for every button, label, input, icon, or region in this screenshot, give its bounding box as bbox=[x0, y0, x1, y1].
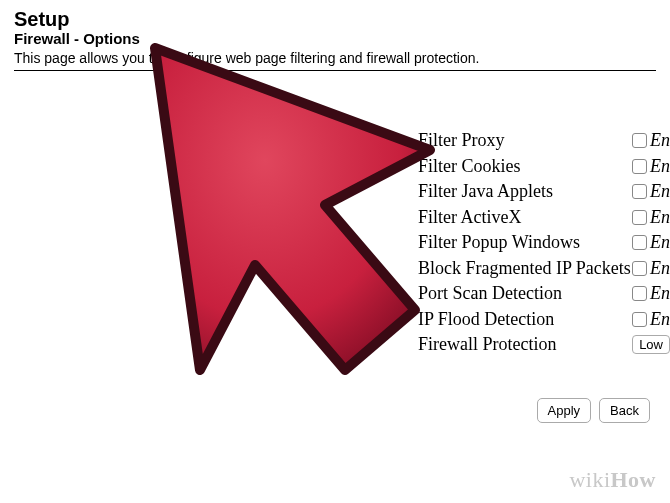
option-filter-cookies: Filter Cookies En bbox=[418, 154, 670, 180]
block-fragmented-ip-packets-checkbox[interactable] bbox=[632, 261, 647, 276]
watermark-part1: wiki bbox=[569, 467, 610, 492]
ip-flood-detection-checkbox[interactable] bbox=[632, 312, 647, 327]
apply-button[interactable]: Apply bbox=[537, 398, 592, 423]
option-label: Firewall Protection bbox=[418, 334, 556, 355]
large-red-arrow-cursor-icon bbox=[70, 40, 450, 396]
enable-text: En bbox=[650, 258, 670, 279]
page-description: This page allows you to configure web pa… bbox=[14, 50, 656, 66]
option-label: IP Flood Detection bbox=[418, 309, 554, 330]
enable-text: En bbox=[650, 207, 670, 228]
back-button[interactable]: Back bbox=[599, 398, 650, 423]
option-label: Filter Popup Windows bbox=[418, 232, 580, 253]
option-block-fragmented-ip-packets: Block Fragmented IP Packets En bbox=[418, 256, 670, 282]
port-scan-detection-checkbox[interactable] bbox=[632, 286, 647, 301]
option-label: Port Scan Detection bbox=[418, 283, 562, 304]
page-header: Setup Firewall - Options This page allow… bbox=[0, 0, 670, 77]
option-label: Block Fragmented IP Packets bbox=[418, 258, 631, 279]
option-filter-java-applets: Filter Java Applets En bbox=[418, 179, 670, 205]
option-label: Filter Java Applets bbox=[418, 181, 553, 202]
firewall-protection-select[interactable]: Low bbox=[632, 335, 670, 354]
watermark-part2: How bbox=[611, 467, 657, 492]
page-title: Setup bbox=[14, 8, 656, 30]
enable-text: En bbox=[650, 156, 670, 177]
option-filter-activex: Filter ActiveX En bbox=[418, 205, 670, 231]
enable-text: En bbox=[650, 283, 670, 304]
filter-proxy-checkbox[interactable] bbox=[632, 133, 647, 148]
enable-text: En bbox=[650, 309, 670, 330]
option-filter-proxy: Filter Proxy En bbox=[418, 128, 670, 154]
enable-text: En bbox=[650, 130, 670, 151]
filter-java-applets-checkbox[interactable] bbox=[632, 184, 647, 199]
filter-popup-windows-checkbox[interactable] bbox=[632, 235, 647, 250]
enable-text: En bbox=[650, 232, 670, 253]
filter-cookies-checkbox[interactable] bbox=[632, 159, 647, 174]
enable-text: En bbox=[650, 181, 670, 202]
wikihow-watermark: wikiHow bbox=[569, 467, 656, 493]
option-label: Filter ActiveX bbox=[418, 207, 521, 228]
option-firewall-protection: Firewall Protection Low bbox=[418, 332, 670, 358]
option-label: Filter Cookies bbox=[418, 156, 521, 177]
action-buttons: Apply Back bbox=[537, 398, 650, 423]
filter-activex-checkbox[interactable] bbox=[632, 210, 647, 225]
header-divider bbox=[14, 70, 656, 71]
option-ip-flood-detection: IP Flood Detection En bbox=[418, 307, 670, 333]
page-subtitle: Firewall - Options bbox=[14, 30, 656, 48]
option-label: Filter Proxy bbox=[418, 130, 505, 151]
option-port-scan-detection: Port Scan Detection En bbox=[418, 281, 670, 307]
option-filter-popup-windows: Filter Popup Windows En bbox=[418, 230, 670, 256]
firewall-options-list: Filter Proxy En Filter Cookies En Filter… bbox=[418, 128, 670, 358]
